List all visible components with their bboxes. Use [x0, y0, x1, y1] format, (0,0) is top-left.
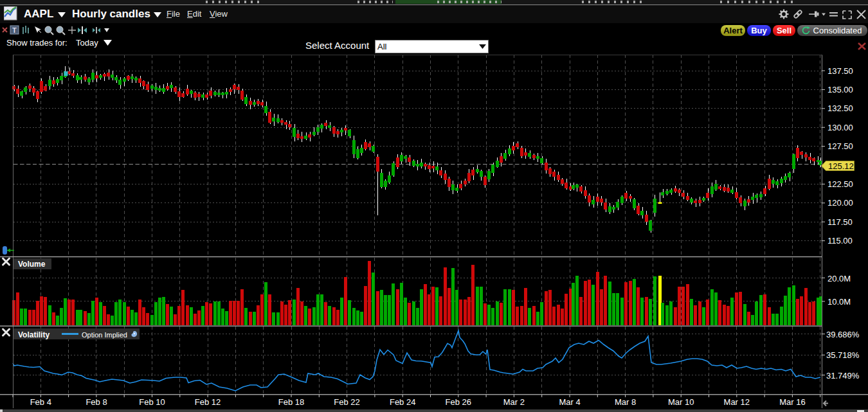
- svg-text:Mar 8: Mar 8: [615, 397, 636, 407]
- svg-text:20.0M: 20.0M: [827, 274, 851, 283]
- svg-text:Feb 22: Feb 22: [334, 397, 359, 407]
- svg-text:Feb 12: Feb 12: [195, 397, 221, 407]
- svg-text:39.686%: 39.686%: [826, 330, 860, 339]
- svg-text:Feb 10: Feb 10: [139, 397, 165, 407]
- svg-text:130.00: 130.00: [827, 123, 853, 132]
- svg-text:127.50: 127.50: [827, 141, 853, 151]
- svg-text:115.00: 115.00: [827, 236, 853, 246]
- svg-text:Mar 12: Mar 12: [724, 397, 750, 407]
- svg-text:Mar 2: Mar 2: [503, 397, 525, 407]
- svg-text:Option Implied: Option Implied: [82, 331, 127, 339]
- svg-text:137.50: 137.50: [827, 66, 853, 76]
- svg-text:Feb 8: Feb 8: [86, 397, 107, 407]
- svg-text:35.718%: 35.718%: [826, 350, 860, 360]
- svg-text:120.00: 120.00: [827, 198, 853, 208]
- svg-text:Volatility: Volatility: [18, 330, 50, 339]
- svg-text:Mar 10: Mar 10: [668, 397, 694, 407]
- svg-text:117.50: 117.50: [827, 217, 853, 227]
- svg-text:122.50: 122.50: [827, 179, 853, 189]
- svg-text:135.00: 135.00: [827, 85, 853, 94]
- svg-text:Volume: Volume: [18, 260, 46, 269]
- svg-text:T: T: [12, 26, 17, 34]
- svg-text:10.0M: 10.0M: [827, 297, 851, 307]
- svg-text:Feb 18: Feb 18: [278, 397, 304, 407]
- svg-text:Feb 4: Feb 4: [30, 397, 51, 407]
- svg-text:Mar 4: Mar 4: [559, 397, 580, 407]
- svg-text:125.12: 125.12: [828, 161, 854, 171]
- svg-text:31.749%: 31.749%: [826, 371, 860, 381]
- svg-text:Feb 26: Feb 26: [446, 397, 471, 407]
- svg-text:Mar 16: Mar 16: [779, 397, 805, 407]
- svg-text:132.50: 132.50: [827, 103, 853, 113]
- svg-text:Feb 24: Feb 24: [390, 397, 415, 407]
